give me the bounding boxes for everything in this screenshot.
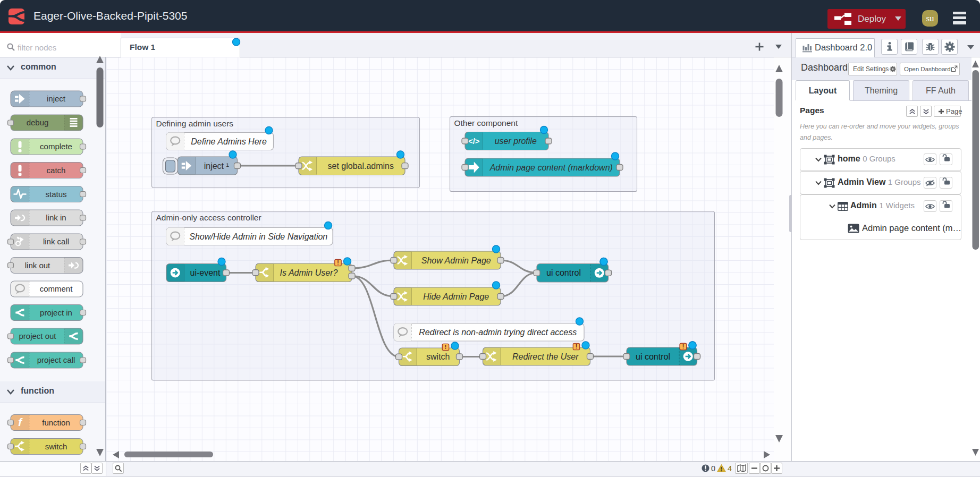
svg-text:switch: switch: [45, 442, 67, 451]
svg-text:inject: inject: [47, 94, 66, 103]
svg-text:set global.admins: set global.admins: [327, 161, 394, 171]
svg-text:project in: project in: [40, 308, 72, 317]
svg-text:Redirect the User: Redirect the User: [512, 352, 579, 361]
svg-text:Show Admin Page: Show Admin Page: [421, 256, 491, 265]
svg-text:function: function: [42, 418, 70, 427]
svg-text:debug: debug: [27, 118, 49, 127]
svg-text:Redirect is non-admin trying d: Redirect is non-admin trying direct acce…: [419, 328, 577, 337]
svg-text:project out: project out: [19, 331, 56, 340]
svg-text:Define Admins Here: Define Admins Here: [191, 137, 267, 146]
svg-text:</>: </>: [468, 137, 480, 146]
svg-text:ui control: ui control: [546, 268, 581, 277]
svg-text:inject ¹: inject ¹: [204, 161, 229, 171]
svg-text:0: 0: [711, 464, 715, 473]
svg-text:switch: switch: [426, 352, 450, 361]
svg-text:catch: catch: [47, 166, 66, 175]
svg-text:Defining admin users: Defining admin users: [156, 119, 234, 128]
svg-text:Admin-only access controller: Admin-only access controller: [156, 213, 261, 222]
svg-text:Is Admin User?: Is Admin User?: [280, 268, 338, 277]
svg-text:status: status: [45, 190, 66, 199]
svg-text:link in: link in: [46, 213, 66, 222]
svg-text:ui control: ui control: [636, 352, 670, 361]
svg-text:link out: link out: [25, 261, 50, 270]
svg-text:!: !: [337, 259, 339, 266]
svg-text:!: !: [445, 344, 447, 350]
svg-text:project call: project call: [37, 355, 75, 364]
svg-text:Show/Hide Admin in Side Naviga: Show/Hide Admin in Side Navigation: [189, 232, 327, 241]
svg-text:4: 4: [728, 464, 732, 473]
svg-text:Admin page content (markdown): Admin page content (markdown): [489, 163, 613, 172]
svg-text:!: !: [576, 343, 578, 350]
svg-text:complete: complete: [40, 142, 72, 151]
svg-text:Hide Admin Page: Hide Admin Page: [423, 292, 489, 301]
svg-text:ui-event: ui-event: [190, 268, 221, 277]
svg-text:!: !: [682, 343, 685, 350]
svg-text:comment: comment: [40, 284, 73, 293]
svg-text:Other component: Other component: [454, 118, 518, 127]
svg-text:user profile: user profile: [495, 137, 537, 146]
svg-text:link call: link call: [43, 237, 69, 246]
